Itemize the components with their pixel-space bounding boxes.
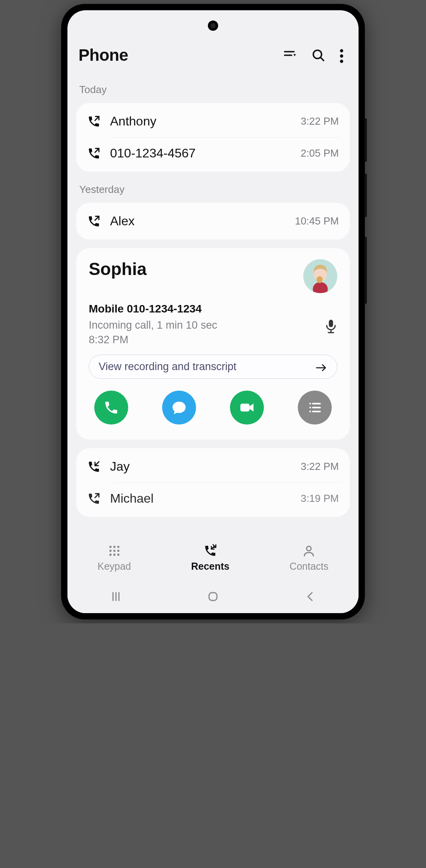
call-name: Alex bbox=[110, 214, 286, 228]
view-transcript-button[interactable]: View recording and transcript bbox=[89, 355, 337, 379]
svg-rect-36 bbox=[209, 593, 217, 600]
arrow-right-icon bbox=[316, 362, 327, 372]
volume-down-button[interactable] bbox=[364, 174, 367, 217]
svg-point-30 bbox=[113, 554, 116, 556]
call-row[interactable]: Jay 3:22 PM bbox=[76, 451, 350, 483]
yesterday-card: Alex 10:45 PM bbox=[76, 203, 350, 239]
call-time: 3:19 PM bbox=[301, 492, 339, 505]
call-button[interactable] bbox=[94, 391, 128, 425]
contact-name[interactable]: Sophia bbox=[89, 259, 147, 279]
svg-point-21 bbox=[309, 411, 311, 412]
call-name: Michael bbox=[110, 491, 291, 506]
phone-frame: Phone bbox=[61, 4, 365, 619]
call-name: 010-1234-4567 bbox=[110, 146, 291, 161]
tab-keypad[interactable]: Keypad bbox=[97, 544, 131, 572]
system-nav-bar bbox=[67, 582, 359, 613]
outgoing-call-icon bbox=[87, 215, 101, 228]
back-system-button[interactable] bbox=[304, 591, 316, 604]
more-menu-icon[interactable] bbox=[340, 48, 344, 62]
nav-label: Contacts bbox=[290, 561, 329, 572]
svg-point-25 bbox=[117, 546, 120, 548]
svg-point-11 bbox=[317, 276, 323, 283]
nav-label: Keypad bbox=[97, 561, 131, 572]
svg-point-28 bbox=[117, 550, 120, 552]
video-call-button[interactable] bbox=[230, 391, 264, 425]
front-camera bbox=[208, 21, 218, 31]
recents-icon bbox=[204, 544, 217, 557]
microphone-icon bbox=[325, 319, 337, 334]
svg-marker-2 bbox=[293, 54, 296, 56]
call-time: 8:32 PM bbox=[89, 334, 337, 346]
tab-contacts[interactable]: Contacts bbox=[290, 544, 329, 572]
call-time: 2:05 PM bbox=[301, 147, 339, 159]
call-time: 10:45 PM bbox=[295, 215, 339, 227]
today-card: Anthony 3:22 PM 010-1234-4567 2:05 PM bbox=[76, 103, 350, 172]
contacts-icon bbox=[302, 544, 316, 557]
contact-avatar[interactable] bbox=[303, 259, 337, 293]
svg-point-5 bbox=[340, 49, 343, 52]
call-row[interactable]: Michael 3:19 PM bbox=[76, 483, 350, 514]
svg-point-27 bbox=[113, 550, 116, 552]
recents-list: Today Anthony 3:22 PM bbox=[67, 80, 359, 534]
svg-point-32 bbox=[307, 546, 311, 550]
call-detail-card: Sophia Mobile 010-1234-1234 Incoming cal… bbox=[76, 248, 350, 440]
section-label-yesterday: Yesterday bbox=[76, 180, 350, 203]
svg-rect-16 bbox=[240, 404, 249, 412]
svg-point-24 bbox=[113, 546, 116, 548]
incoming-call-icon bbox=[87, 460, 101, 473]
svg-point-31 bbox=[117, 554, 120, 556]
more-card: Jay 3:22 PM Michael 3:19 PM bbox=[76, 448, 350, 517]
outgoing-call-icon bbox=[87, 147, 101, 160]
page-title: Phone bbox=[78, 46, 128, 65]
svg-point-29 bbox=[109, 554, 112, 556]
recents-system-button[interactable] bbox=[110, 591, 122, 604]
details-button[interactable] bbox=[298, 391, 332, 425]
home-system-button[interactable] bbox=[207, 591, 219, 604]
filter-icon[interactable] bbox=[283, 48, 297, 62]
call-name: Anthony bbox=[110, 114, 291, 129]
section-label-today: Today bbox=[76, 80, 350, 103]
call-name: Jay bbox=[110, 459, 291, 474]
call-row[interactable]: 010-1234-4567 2:05 PM bbox=[76, 137, 350, 169]
power-button[interactable] bbox=[364, 237, 367, 304]
outgoing-call-icon bbox=[87, 492, 101, 505]
keypad-icon bbox=[108, 544, 121, 557]
call-row[interactable]: Alex 10:45 PM bbox=[76, 205, 350, 237]
svg-point-6 bbox=[340, 54, 343, 58]
svg-point-26 bbox=[109, 550, 112, 552]
contact-phone-label: Mobile 010-1234-1234 bbox=[89, 303, 337, 315]
call-time: 3:22 PM bbox=[301, 460, 339, 473]
tab-recents[interactable]: Recents bbox=[191, 544, 229, 572]
svg-line-4 bbox=[321, 58, 324, 61]
action-row bbox=[89, 379, 337, 426]
call-info: Incoming call, 1 min 10 sec bbox=[89, 319, 337, 331]
call-row[interactable]: Anthony 3:22 PM bbox=[76, 105, 350, 137]
transcript-label: View recording and transcript bbox=[99, 361, 236, 373]
volume-up-button[interactable] bbox=[364, 118, 367, 162]
phone-screen: Phone bbox=[67, 10, 359, 613]
svg-point-19 bbox=[309, 407, 311, 408]
bottom-nav: Keypad Recents Contacts bbox=[67, 534, 359, 582]
svg-point-23 bbox=[109, 546, 112, 548]
svg-point-7 bbox=[340, 60, 343, 63]
search-icon[interactable] bbox=[311, 48, 325, 62]
outgoing-call-icon bbox=[87, 115, 101, 128]
svg-rect-12 bbox=[329, 320, 333, 327]
svg-point-17 bbox=[309, 403, 311, 404]
nav-label: Recents bbox=[191, 561, 229, 572]
call-time: 3:22 PM bbox=[301, 115, 339, 127]
message-button[interactable] bbox=[162, 391, 196, 425]
